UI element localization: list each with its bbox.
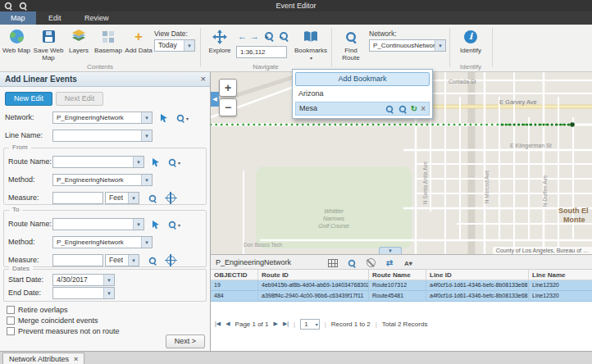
zoom-menu-icon[interactable] [174,111,190,124]
cell-line-id: a4f0cf1d-1d61-4346-befc-8b08133e681e [426,291,529,302]
bookmark-label: Arizona [298,88,324,100]
zoom-to-selection-icon[interactable] [344,257,359,268]
to-legend: To [9,206,22,213]
bookmarks-button[interactable]: Bookmarks [292,27,330,62]
from-select-route-icon[interactable] [148,156,164,168]
collapse-panel-arrow[interactable] [211,92,219,107]
prevent-measures-checkbox[interactable] [7,327,15,335]
cell-route-name: Route45481 [369,291,426,302]
map-zoom-in-icon[interactable] [264,31,274,43]
bookmark-item-arizona[interactable]: Arizona [295,88,430,100]
panel-network-select[interactable]: P_EngineeringNetwork [52,111,153,124]
from-route-name-select[interactable] [52,156,144,168]
layers-button[interactable]: Layers [66,27,92,54]
find-route-button[interactable]: Find Route [336,27,366,61]
next-extent-icon[interactable]: → [250,31,259,41]
table-options-icon[interactable] [326,257,340,268]
layers-icon [71,30,86,43]
column-header-objectid[interactable]: OBJECTID [211,270,258,280]
web-map-button[interactable]: Web Map [2,27,31,54]
explore-icon [212,30,227,44]
select-on-map-icon[interactable] [156,111,172,124]
basemap-button[interactable]: Basemap [93,27,123,54]
table-row[interactable]: 484 a398ff4c-2940-4c00-96b6-c63439f17f11… [211,291,592,302]
add-data-button[interactable]: Add Data [125,27,153,54]
to-measure-input[interactable] [52,254,103,266]
clear-selection-icon[interactable] [363,257,378,268]
zoom-in-button[interactable]: + [219,79,237,97]
start-date-value: 4/30/2017 [57,275,88,285]
tab-edit[interactable]: Edit [38,11,72,25]
column-header-route-id[interactable]: Route ID [258,270,369,280]
close-icon[interactable] [201,74,206,84]
save-web-map-button[interactable]: Save Web Map [33,27,64,61]
previous-extent-icon[interactable]: ← [238,31,247,41]
cell-route-id: a398ff4c-2940-4c00-96b6-c63439f17f11 [258,291,369,302]
view-date-select[interactable]: Today [154,39,195,52]
next-page-button[interactable] [274,318,278,330]
map-zoom-out-icon[interactable] [279,31,289,43]
last-page-button[interactable] [283,318,289,330]
from-unit-select[interactable]: Feet [105,192,139,204]
from-zoom-menu-icon[interactable] [166,156,182,168]
end-date-select[interactable] [52,287,115,299]
tab-review[interactable]: Review [74,11,120,25]
retire-overlaps-checkbox[interactable] [7,306,15,314]
next-button[interactable]: Next > [166,334,205,348]
from-measure-input[interactable] [52,192,103,204]
switch-selection-icon[interactable] [382,257,397,268]
to-pick-measure-icon[interactable] [144,254,161,266]
separator [325,321,326,328]
table-column-headers: OBJECTID Route ID Route Name Line ID Lin… [211,270,592,280]
from-method-select[interactable]: P_EngineeringNetwork [52,174,153,186]
to-unit-select[interactable]: Feet [105,254,139,266]
page-size-select[interactable]: 1 [300,319,319,330]
attribute-table-tab[interactable]: P_EngineeringNetwork [216,255,291,270]
ribbon-tabs: Map Edit Review [0,11,592,25]
merge-coincident-checkbox[interactable] [7,316,15,325]
close-icon[interactable] [74,355,78,363]
golf-course-label: Narrows [323,216,345,221]
explore-button[interactable]: Explore [205,27,235,54]
network-select[interactable]: P_ContinuousNetwork [369,39,446,52]
bookmark-delete-icon[interactable] [421,102,426,116]
to-measure-target-icon[interactable] [162,254,179,266]
first-page-button[interactable] [215,318,221,330]
column-header-line-id[interactable]: Line ID [426,270,529,280]
web-map-label: Web Map [2,47,31,54]
new-edit-button[interactable]: New Edit [5,92,52,106]
tab-network-attributes[interactable]: Network Attributes [2,353,84,364]
table-row[interactable]: 19 4eb9415b-af8b-4d04-ab69-1d4034768302b… [211,280,592,291]
add-linear-events-panel: Add Linear Events New Edit Next Edit Net… [0,72,211,351]
to-zoom-menu-icon[interactable] [166,218,182,230]
city-label: Monte [563,216,585,224]
previous-page-button[interactable] [225,318,230,330]
line-name-select[interactable] [52,130,153,142]
add-bookmark-button[interactable]: Add Bookmark [295,72,430,86]
bookmark-pan-icon[interactable] [398,104,407,112]
to-route-name-select[interactable] [52,218,144,230]
column-header-line-name[interactable]: Line Name [529,270,592,280]
bookmark-item-mesa[interactable]: Mesa [295,102,430,116]
sort-icon[interactable] [401,257,416,268]
bookmarks-menu: Add Bookmark Arizona Mesa [292,69,433,119]
next-edit-button[interactable]: Next Edit [56,92,103,106]
to-method-select[interactable]: P_EngineeringNetwork [52,236,153,248]
from-measure-target-icon[interactable] [162,192,179,204]
bookmark-refresh-icon[interactable] [411,102,417,116]
end-date-label: End Date: [8,287,41,299]
to-select-route-icon[interactable] [148,218,164,230]
bookmarks-label: Bookmarks [294,47,327,54]
prevent-measures-label: Prevent measures not on route [18,325,120,338]
collapse-table-arrow[interactable] [379,247,402,254]
from-pick-measure-icon[interactable] [144,192,161,204]
identify-button[interactable]: Identify [454,27,487,54]
tab-map[interactable]: Map [0,11,36,25]
bookmark-zoom-icon[interactable] [385,104,394,112]
route-end-point[interactable] [570,122,575,127]
from-route-name-label: Route Name: [8,156,52,168]
zoom-out-button[interactable]: − [219,98,237,116]
column-header-route-name[interactable]: Route Name [369,270,426,280]
start-date-select[interactable]: 4/30/2017 [52,274,115,286]
scale-input[interactable]: 1:36,112 [236,46,287,58]
